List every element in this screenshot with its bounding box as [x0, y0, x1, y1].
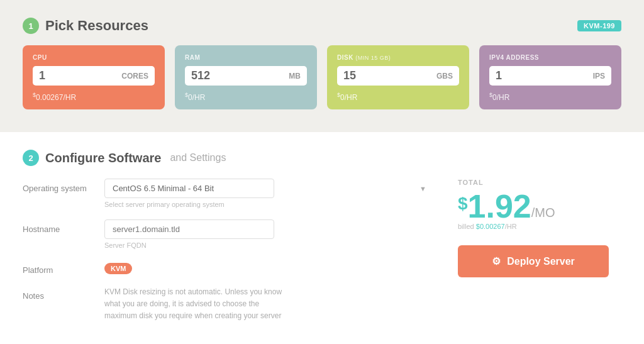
- os-select-wrap: CentOS 6.5 Minimal - 64 Bit ▼: [104, 179, 433, 198]
- deploy-label: Deploy Server: [507, 256, 575, 267]
- ram-input-row: MB: [185, 66, 307, 86]
- hostname-label: Hostname: [23, 219, 104, 234]
- kvm-badge: KVM-199: [577, 20, 621, 31]
- ram-price: $0/HR: [185, 92, 307, 102]
- ram-card-label: RAM: [185, 54, 307, 61]
- cpu-unit: CORES: [121, 72, 148, 80]
- section2-title: Configure Software: [45, 151, 161, 165]
- os-row: Operating system CentOS 6.5 Minimal - 64…: [23, 179, 433, 208]
- platform-badge: KVM: [104, 263, 132, 274]
- ipv4-input-row: IPs: [489, 66, 611, 86]
- ipv4-unit: IPs: [593, 72, 605, 80]
- step2-badge: 2: [23, 150, 39, 166]
- deploy-icon: ⚙: [492, 255, 501, 267]
- deploy-server-button[interactable]: ⚙ Deploy Server: [458, 245, 609, 277]
- section2-title-row: 2 Configure Software and Settings: [23, 150, 621, 166]
- ipv4-input[interactable]: [496, 69, 533, 82]
- pricing-panel: TOTAL $ 1.92 /MO billed $0.00267/HR ⚙ De…: [458, 179, 621, 334]
- total-price-display: $ 1.92 /MO: [458, 190, 555, 223]
- platform-field: KVM: [104, 260, 433, 274]
- section-divider: [0, 127, 644, 132]
- configure-layout: Operating system CentOS 6.5 Minimal - 64…: [23, 179, 621, 334]
- cpu-input-row: CORES: [33, 66, 155, 86]
- section2-subtitle: and Settings: [170, 152, 226, 164]
- resource-cards: CPU CORES $0.00267/HR RAM MB $0/HR DISK …: [23, 45, 621, 109]
- os-select[interactable]: CentOS 6.5 Minimal - 64 Bit: [104, 179, 274, 198]
- os-label: Operating system: [23, 179, 104, 193]
- disk-price: $0/HR: [337, 92, 459, 102]
- section1-title: Pick Resources: [45, 18, 148, 34]
- hostname-field: Server FQDN: [104, 219, 433, 249]
- hostname-row: Hostname Server FQDN: [23, 219, 433, 249]
- billed-note: billed $0.00267/HR: [458, 223, 517, 230]
- configure-software-section: 2 Configure Software and Settings Operat…: [0, 132, 644, 344]
- section1-title-group: 1 Pick Resources: [23, 18, 148, 34]
- section1-header: 1 Pick Resources KVM-199: [23, 18, 621, 34]
- notes-field: KVM Disk resizing is not automatic. Unle…: [104, 286, 433, 323]
- platform-row: Platform KVM: [23, 260, 433, 275]
- total-label: TOTAL: [458, 179, 484, 186]
- cpu-price: $0.00267/HR: [33, 92, 155, 102]
- cpu-input[interactable]: [39, 69, 77, 82]
- ram-card: RAM MB $0/HR: [175, 45, 317, 109]
- notes-text: KVM Disk resizing is not automatic. Unle…: [104, 286, 287, 323]
- ipv4-card: IPV4 ADDRESS IPs $0/HR: [479, 45, 621, 109]
- ram-unit: MB: [289, 72, 301, 80]
- cpu-card: CPU CORES $0.00267/HR: [23, 45, 165, 109]
- pick-resources-section: 1 Pick Resources KVM-199 CPU CORES $0.00…: [0, 0, 644, 127]
- total-dollar-sign: $: [458, 195, 468, 213]
- platform-label: Platform: [23, 260, 104, 275]
- disk-input-row: GBs: [337, 66, 459, 86]
- select-arrow-icon: ▼: [419, 185, 426, 192]
- notes-row: Notes KVM Disk resizing is not automatic…: [23, 286, 433, 323]
- disk-input[interactable]: [343, 69, 381, 82]
- os-field: CentOS 6.5 Minimal - 64 Bit ▼ Select ser…: [104, 179, 433, 208]
- total-per-mo: /MO: [531, 206, 555, 219]
- billed-rate: $0.00267: [476, 223, 505, 230]
- ipv4-price: $0/HR: [489, 92, 611, 102]
- disk-card-label: DISK (MIN 15 GB): [337, 54, 459, 61]
- ram-input[interactable]: [191, 69, 229, 82]
- disk-card: DISK (MIN 15 GB) GBs $0/HR: [327, 45, 469, 109]
- disk-unit: GBs: [436, 72, 453, 80]
- hostname-input[interactable]: [104, 219, 274, 239]
- hostname-hint: Server FQDN: [104, 241, 433, 249]
- configure-form: Operating system CentOS 6.5 Minimal - 64…: [23, 179, 433, 334]
- os-hint: Select server primary operating system: [104, 201, 433, 208]
- total-amount: 1.92: [468, 190, 531, 223]
- notes-label: Notes: [23, 286, 104, 301]
- ipv4-card-label: IPV4 ADDRESS: [489, 54, 611, 61]
- cpu-card-label: CPU: [33, 54, 155, 61]
- step1-badge: 1: [23, 18, 39, 34]
